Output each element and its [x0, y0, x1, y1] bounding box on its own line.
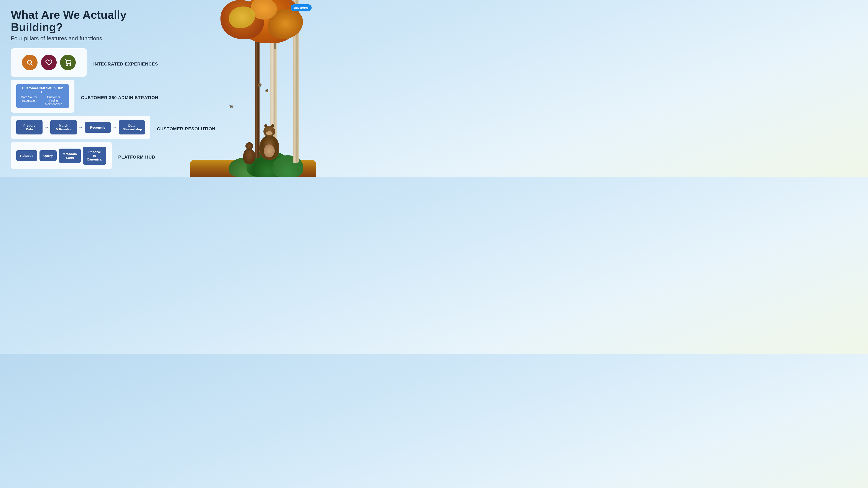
search-icon — [26, 59, 33, 66]
bear-small — [243, 149, 255, 164]
pillar-card-integrated — [11, 48, 87, 79]
pillar-row-resolution: Prepare Data → Match& Resolve → Reconcil… — [11, 116, 158, 142]
platform-pubsub[interactable]: Pub/Sub — [16, 150, 37, 161]
bear-snout — [266, 131, 273, 135]
c360-top-label: Customer 360 Setup Hub UI — [21, 86, 65, 94]
bush-right — [273, 155, 303, 177]
ground — [190, 160, 316, 177]
pillar-card-c360: Customer 360 Setup Hub UI Data Source In… — [11, 79, 74, 116]
tree-trunk-dark — [255, 18, 259, 158]
arrow-2: → — [79, 125, 83, 130]
butterfly-1: 🦋 — [256, 82, 262, 88]
bear-body — [259, 136, 279, 160]
c360-box: Customer 360 Setup Hub UI Data Source In… — [16, 84, 69, 108]
arrow-3: → — [113, 125, 117, 130]
svg-point-3 — [70, 65, 71, 65]
tree-trunk-birch-2 — [293, 0, 299, 163]
arrow-1: → — [44, 125, 49, 130]
foliage-blob-2 — [220, 0, 264, 39]
cart-icon — [64, 59, 71, 66]
bush-left — [229, 158, 264, 177]
step-prepare-data[interactable]: Prepare Data — [16, 120, 42, 134]
resolution-label: CUSTOMER RESOLUTION — [157, 126, 222, 131]
heart-icon-circle — [41, 55, 57, 70]
bush-center — [247, 151, 290, 177]
pillar-card-platform: Pub/Sub Query MetadataStore Resolve toCa… — [11, 142, 112, 172]
pillar-row-integrated: INTEGRATED EXPERIENCES — [11, 48, 158, 79]
cart-icon-circle — [60, 55, 76, 70]
foliage-blob-3 — [268, 9, 303, 39]
heart-icon — [45, 59, 52, 66]
butterfly-2: 🦋 — [264, 89, 269, 93]
butterfly-3: 🦋 — [229, 104, 234, 108]
foliage-yellow — [229, 6, 255, 28]
bear-small-body — [243, 149, 255, 164]
c360-bottom-row: Data Source Integration Customer Profile… — [21, 95, 65, 106]
tree-trunk-birch-1 — [270, 0, 277, 152]
pillar-card-c360-inner: Customer 360 Setup Hub UI Data Source In… — [11, 79, 74, 112]
foliage-blob-1 — [238, 0, 299, 43]
foliage-cluster — [212, 0, 303, 65]
foliage-blob-4 — [251, 0, 277, 20]
salesforce-logo: salesforce — [290, 4, 312, 11]
background-illustration: 🦋 🦋 🦋 — [186, 0, 316, 177]
pillar-card-resolution: Prepare Data → Match& Resolve → Reconcil… — [11, 116, 150, 142]
bear-ear-right — [271, 124, 274, 127]
pillar-card-integrated-inner — [11, 48, 87, 76]
pillar-card-resolution-inner: Prepare Data → Match& Resolve → Reconcil… — [11, 116, 150, 139]
bear-ear-left — [264, 124, 267, 127]
bear-head — [264, 126, 275, 137]
pillar-row-c360: Customer 360 Setup Hub UI Data Source In… — [11, 79, 158, 116]
step-data-stewardship[interactable]: DataStewardship — [119, 120, 145, 134]
page-subtitle: Four pillars of features and functions — [11, 35, 158, 42]
svg-point-2 — [67, 65, 67, 65]
step-match-resolve[interactable]: Match& Resolve — [50, 120, 76, 134]
c360-label: CUSTOMER 360 ADMINISTRATION — [81, 95, 158, 100]
main-content: What Are We Actually Building? Four pill… — [0, 0, 169, 177]
icons-row — [16, 53, 82, 72]
svg-point-0 — [27, 60, 31, 64]
pillar-row-platform: Pub/Sub Query MetadataStore Resolve toCa… — [11, 142, 158, 172]
bear-main — [259, 136, 279, 160]
svg-line-1 — [31, 64, 33, 65]
sf-logo-text: salesforce — [293, 6, 309, 9]
search-icon-circle — [22, 55, 37, 70]
c360-left: Data Source Integration — [21, 95, 38, 106]
c360-right: Customer Profile Maintenance — [42, 95, 65, 106]
platform-metadata[interactable]: MetadataStore — [59, 149, 81, 163]
page-title: What Are We Actually Building? — [11, 9, 158, 33]
resolution-steps: Prepare Data → Match& Resolve → Reconcil… — [16, 120, 145, 134]
bear-belly — [264, 144, 275, 158]
platform-resolve[interactable]: Resolve toCanonical — [83, 147, 106, 165]
pillar-card-platform-inner: Pub/Sub Query MetadataStore Resolve toCa… — [11, 142, 112, 169]
bear-small-head — [245, 142, 253, 150]
platform-query[interactable]: Query — [39, 150, 57, 161]
platform-items: Pub/Sub Query MetadataStore Resolve toCa… — [16, 147, 106, 165]
platform-label: PLATFORM HUB — [118, 155, 183, 160]
step-reconcile[interactable]: Reconcile — [85, 122, 111, 133]
integrated-label: INTEGRATED EXPERIENCES — [93, 62, 158, 67]
